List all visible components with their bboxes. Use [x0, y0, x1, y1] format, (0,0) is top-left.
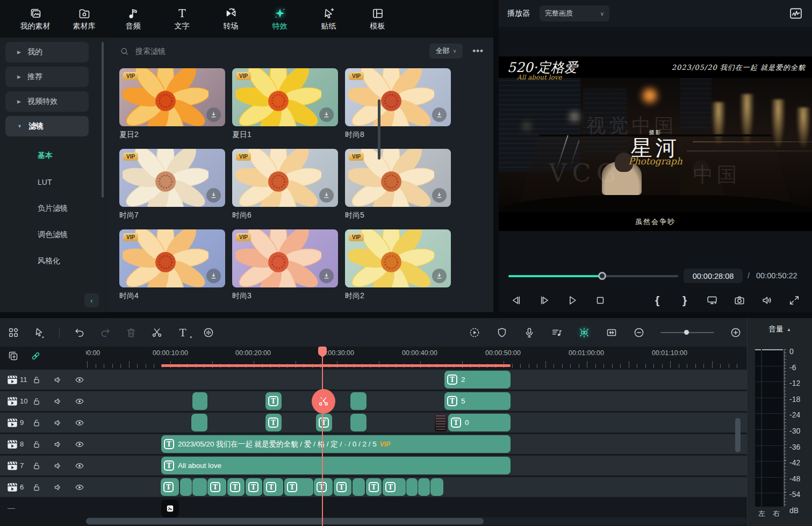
tab-effects[interactable]: 特效: [255, 2, 304, 35]
timeline-clip[interactable]: T: [227, 478, 245, 496]
sidebar-group-滤镜[interactable]: ▼滤镜: [5, 116, 89, 136]
image-clip[interactable]: [161, 500, 179, 517]
tab-transition[interactable]: 转场: [206, 2, 255, 35]
lock-icon[interactable]: [32, 397, 41, 406]
sidebar-group-推荐[interactable]: ▶推荐: [5, 67, 89, 87]
scope-icon[interactable]: [788, 6, 803, 21]
filter-card-时尚2[interactable]: VIP时尚2: [345, 229, 451, 301]
timeline-clip[interactable]: TAll about love: [161, 457, 511, 474]
mirror-display-button[interactable]: [706, 294, 718, 306]
speaker-icon[interactable]: [53, 418, 63, 428]
lock-icon[interactable]: [32, 439, 41, 449]
timeline-clip[interactable]: [350, 392, 367, 410]
eye-icon[interactable]: [75, 439, 84, 449]
library-scrollbar[interactable]: [378, 99, 380, 160]
playhead-line[interactable]: [322, 348, 323, 526]
mark-in-button[interactable]: {: [651, 294, 663, 306]
audio-mixer-button[interactable]: [551, 327, 563, 338]
snapshot-button[interactable]: [734, 294, 745, 306]
tab-my-media[interactable]: 我的素材: [11, 2, 60, 35]
download-button[interactable]: [432, 269, 447, 283]
mark-out-button[interactable]: }: [679, 294, 691, 306]
timeline-clip[interactable]: T5: [444, 392, 511, 410]
download-button[interactable]: [319, 269, 334, 283]
timeline-zoom-slider[interactable]: [660, 332, 714, 333]
filter-card-夏日2[interactable]: VIP夏日2: [119, 68, 225, 140]
timeline-zoom-handle[interactable]: [684, 330, 689, 335]
filter-card-时尚7[interactable]: VIP时尚7: [119, 149, 225, 220]
record-voiceover-button[interactable]: [523, 327, 535, 338]
download-button[interactable]: [206, 269, 221, 283]
zoom-out-button[interactable]: [633, 327, 645, 338]
filter-card-时尚8[interactable]: VIP时尚8: [345, 68, 451, 140]
tab-template[interactable]: 模板: [353, 2, 402, 35]
lock-icon[interactable]: [32, 461, 41, 471]
timeline-clip[interactable]: T: [161, 478, 179, 496]
speaker-icon[interactable]: [53, 439, 63, 449]
timeline-clip[interactable]: T: [334, 478, 351, 496]
timeline-clip[interactable]: T0: [448, 414, 511, 431]
timeline-clip[interactable]: T: [265, 414, 282, 431]
sidebar-item-基本[interactable]: 基本: [38, 149, 110, 163]
speaker-icon[interactable]: [53, 375, 63, 385]
timeline-clip[interactable]: [353, 478, 365, 496]
lock-icon[interactable]: [32, 418, 41, 428]
sidebar-scrollbar[interactable]: [102, 42, 104, 198]
timeline-clip[interactable]: T: [316, 414, 332, 431]
filter-card-时尚3[interactable]: VIP时尚3: [232, 229, 338, 301]
download-button[interactable]: [206, 107, 221, 122]
download-button[interactable]: [319, 188, 334, 203]
eye-icon[interactable]: [75, 375, 84, 385]
delete-button[interactable]: [125, 327, 137, 338]
timeline-clip[interactable]: T: [265, 392, 282, 410]
tab-text[interactable]: T文字: [157, 2, 206, 35]
download-button[interactable]: [206, 188, 221, 203]
smart-snap-button[interactable]: [578, 327, 590, 338]
tab-sticker[interactable]: 贴纸: [304, 2, 353, 35]
timeline-clip[interactable]: [406, 478, 418, 496]
speaker-icon[interactable]: [53, 461, 63, 471]
select-tool-button[interactable]: [33, 327, 45, 338]
eye-icon[interactable]: [75, 461, 84, 471]
sticker-clip[interactable]: [435, 414, 447, 431]
fullscreen-button[interactable]: [788, 294, 800, 306]
speaker-icon[interactable]: [53, 397, 63, 406]
sidebar-group-视频特效[interactable]: ▶视频特效: [5, 91, 89, 112]
marker-button[interactable]: [496, 327, 508, 338]
timeline-clip[interactable]: T: [246, 478, 262, 496]
play-button[interactable]: [566, 294, 578, 306]
eye-icon[interactable]: [75, 482, 84, 492]
filter-card-时尚5[interactable]: VIP时尚5: [345, 149, 451, 220]
download-button[interactable]: [432, 188, 447, 203]
timeline-clip[interactable]: [191, 414, 207, 431]
prev-frame-button[interactable]: [511, 294, 522, 306]
track-lane-9[interactable]: TTT0: [86, 413, 747, 433]
track-manager-button[interactable]: [8, 327, 19, 338]
progress-bar[interactable]: [508, 275, 678, 277]
timeline-clip[interactable]: T: [263, 478, 283, 496]
lock-icon[interactable]: [32, 482, 41, 492]
timeline-clip[interactable]: [315, 392, 332, 410]
timeline-clip[interactable]: [418, 478, 430, 496]
zoom-in-button[interactable]: [730, 327, 742, 338]
sidebar-item-调色滤镜[interactable]: 调色滤镜: [38, 228, 110, 242]
timeline-clip[interactable]: [192, 478, 207, 496]
track-lane-7[interactable]: TAll about love: [86, 456, 747, 475]
link-icon[interactable]: [30, 350, 41, 362]
lock-icon[interactable]: [32, 375, 41, 385]
sidebar-item-风格化[interactable]: 风格化: [38, 254, 110, 268]
more-options-button[interactable]: •••: [472, 46, 484, 56]
timeline-clip[interactable]: T: [284, 478, 313, 496]
audio-mute-button[interactable]: [761, 294, 773, 306]
search-input[interactable]: [134, 46, 429, 56]
timeline-clip[interactable]: T: [366, 478, 382, 496]
timeline-clip[interactable]: [350, 414, 367, 431]
track-lane-partial[interactable]: [86, 499, 747, 517]
timeline-clip[interactable]: [430, 478, 443, 496]
eye-icon[interactable]: [75, 397, 84, 406]
track-lane-10[interactable]: TT5: [86, 391, 747, 411]
tab-library[interactable]: 素材库: [60, 2, 109, 35]
timeline-ruler[interactable]: 00:00:0000:00:10:0000:00:20:0000:00:30:0…: [0, 347, 747, 370]
video-preview[interactable]: 视觉中国 VCG 中国 摄影 星河 Photograph 520·定格爱 All…: [499, 56, 812, 231]
category-dropdown[interactable]: 全部 ∨: [429, 44, 463, 59]
